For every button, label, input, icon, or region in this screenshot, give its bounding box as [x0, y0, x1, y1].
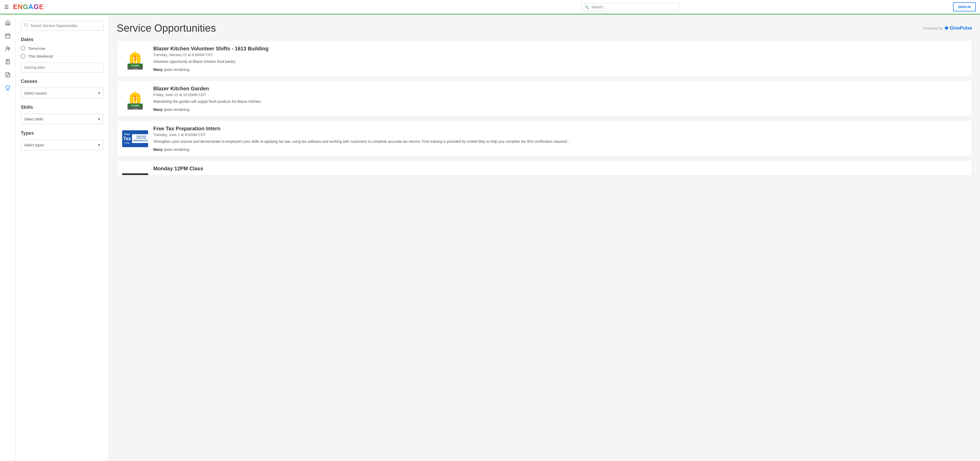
card-title-2: Blazer Kitchen Garden	[153, 86, 967, 92]
causes-dropdown[interactable]: Select causes ▾	[21, 88, 103, 98]
tax-left-panel: Free Tax Prep	[122, 132, 132, 145]
types-label: Types	[21, 131, 103, 136]
logo[interactable]: ENGAGE	[13, 3, 44, 11]
types-chevron-icon: ▾	[98, 142, 100, 147]
people-icon	[5, 46, 11, 53]
powered-by: Powered by GivePulse	[923, 26, 972, 31]
global-search-input[interactable]	[591, 5, 676, 9]
tomorrow-radio[interactable]	[21, 46, 25, 51]
heart-hands-icon	[5, 85, 11, 92]
card-content-3: Free Tax Preparation Intern Tuesday, Jun…	[153, 126, 967, 152]
card-description-2: Maintaining the garden will supply fresh…	[153, 99, 967, 104]
page-header: Service Opportunities Powered by GivePul…	[117, 22, 972, 34]
sidebar-item-home[interactable]	[2, 18, 13, 29]
opportunity-card[interactable]: BLAZER KITCHEN Blazer Kitchen Garden Fri…	[117, 80, 972, 117]
svg-point-14	[25, 24, 27, 27]
global-search-bar: 🔍	[581, 3, 680, 11]
opportunity-card[interactable]: BLAZER KITCHEN Blazer Kitchen Volunteer …	[117, 40, 972, 77]
causes-dropdown-label: Select causes	[24, 91, 47, 95]
card-spots-3: Many spots remaining	[153, 147, 967, 152]
svg-point-5	[6, 46, 8, 48]
main-wrapper: Dates Tomorrow This Weekend Causes Selec…	[16, 14, 980, 461]
svg-point-6	[8, 48, 10, 49]
card-date-3: Tuesday, June 1 at 8:00AM CDT	[153, 132, 967, 137]
hamburger-icon[interactable]: ☰	[4, 4, 9, 10]
card-logo-blazer-1: BLAZER KITCHEN	[122, 46, 148, 72]
card-content-4: Monday 12PM Class	[153, 166, 967, 173]
top-nav: ☰ ENGAGE 🔍 SIGN IN	[0, 0, 980, 14]
svg-rect-1	[5, 34, 10, 38]
content-area: Service Opportunities Powered by GivePul…	[109, 14, 980, 461]
filter-panel: Dates Tomorrow This Weekend Causes Selec…	[16, 14, 109, 461]
causes-label: Causes	[21, 79, 103, 84]
card-bottom-bar	[122, 173, 148, 175]
search-service-input[interactable]	[30, 24, 100, 28]
types-dropdown[interactable]: Select types ▾	[21, 140, 103, 150]
svg-rect-0	[7, 23, 9, 25]
svg-text:BLAZER: BLAZER	[131, 64, 139, 67]
skills-label: Skills	[21, 105, 103, 110]
card-title-1: Blazer Kitchen Volunteer Shifts - 1613 B…	[153, 46, 967, 52]
sidebar-item-document[interactable]	[2, 70, 13, 81]
search-filter-box[interactable]	[21, 21, 103, 30]
skills-chevron-icon: ▾	[98, 116, 100, 121]
sidebar-item-volunteer[interactable]	[2, 83, 13, 94]
sidebar-item-calendar[interactable]	[2, 30, 13, 42]
card-logo-monday	[122, 166, 148, 173]
card-date-1: Tuesday, January 22 at 8:00AM CST	[153, 53, 967, 57]
svg-line-15	[27, 26, 28, 27]
calendar-icon	[5, 33, 11, 40]
card-spots-2: Many spots remaining	[153, 107, 967, 112]
card-content-1: Blazer Kitchen Volunteer Shifts - 1613 B…	[153, 46, 967, 72]
card-date-2: Friday, June 12 at 10:00AM CDT	[153, 93, 967, 97]
this-weekend-radio[interactable]	[21, 54, 25, 58]
tomorrow-label: Tomorrow	[28, 46, 45, 51]
causes-chevron-icon: ▾	[98, 91, 100, 96]
types-dropdown-label: Select types	[24, 143, 44, 147]
skills-dropdown[interactable]: Select skills ▾	[21, 114, 103, 124]
page-title: Service Opportunities	[117, 22, 216, 34]
card-logo-blazer-2: BLAZER KITCHEN	[122, 86, 148, 112]
card-logo-tax: Free Tax Prep United Way Free TaxPREPARA…	[122, 126, 148, 152]
opportunity-card[interactable]: Monday 12PM Class	[117, 160, 972, 176]
search-icon: 🔍	[585, 5, 589, 9]
document-icon	[5, 72, 11, 79]
card-title-4: Monday 12PM Class	[153, 166, 967, 172]
tomorrow-option[interactable]: Tomorrow	[21, 46, 103, 51]
skills-dropdown-label: Select skills	[24, 117, 43, 121]
clipboard-icon	[5, 59, 11, 66]
this-weekend-option[interactable]: This Weekend	[21, 54, 103, 58]
card-description-1: Volunteer opportunity at Blazer Kitchen …	[153, 59, 967, 64]
this-weekend-label: This Weekend	[28, 54, 53, 58]
powered-by-label: Powered by	[923, 26, 943, 30]
svg-text:KITCHEN: KITCHEN	[133, 68, 137, 69]
tax-right-panel: United Way Free TaxPREPARATION	[132, 134, 148, 143]
sign-in-button[interactable]: SIGN IN	[953, 2, 976, 11]
givepulse-logo: GivePulse	[950, 26, 972, 31]
home-icon	[5, 20, 11, 27]
sidebar	[0, 14, 16, 461]
sidebar-item-clipboard[interactable]	[2, 57, 13, 68]
card-spots-1: Many spots remaining	[153, 67, 967, 72]
card-title-3: Free Tax Preparation Intern	[153, 126, 967, 132]
starting-after-input[interactable]	[21, 62, 103, 72]
sidebar-item-people[interactable]	[2, 44, 13, 55]
opportunity-card[interactable]: Free Tax Prep United Way Free TaxPREPARA…	[117, 120, 972, 157]
svg-text:KITCHEN: KITCHEN	[133, 108, 137, 109]
card-content-2: Blazer Kitchen Garden Friday, June 12 at…	[153, 86, 967, 112]
dates-label: Dates	[21, 37, 103, 42]
card-description-3: Strengthen your resume and demonstrate t…	[153, 139, 967, 144]
svg-text:BLAZER: BLAZER	[131, 104, 139, 107]
filter-search-icon	[24, 23, 28, 28]
tax-prep-logo: Free Tax Prep United Way Free TaxPREPARA…	[122, 130, 148, 147]
